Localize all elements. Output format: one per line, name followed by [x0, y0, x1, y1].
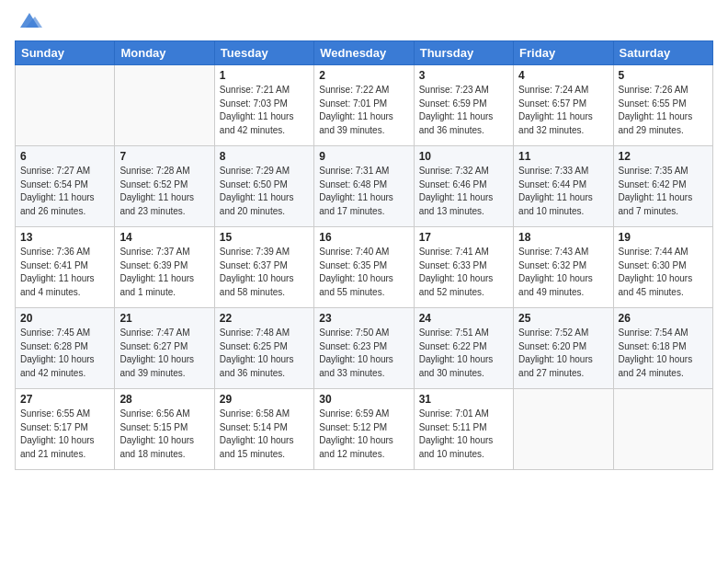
day-info: Sunrise: 6:58 AMSunset: 5:14 PMDaylight:… [220, 408, 309, 461]
day-header-thursday: Thursday [414, 41, 513, 65]
day-info: Sunrise: 7:26 AMSunset: 6:55 PMDaylight:… [619, 84, 708, 137]
day-number: 27 [20, 393, 109, 406]
day-cell: 14Sunrise: 7:37 AMSunset: 6:39 PMDayligh… [115, 227, 214, 308]
day-cell [115, 65, 214, 146]
day-cell: 27Sunrise: 6:55 AMSunset: 5:17 PMDayligh… [16, 389, 115, 470]
day-info: Sunrise: 7:45 AMSunset: 6:28 PMDaylight:… [20, 327, 109, 380]
day-header-wednesday: Wednesday [314, 41, 414, 65]
day-info: Sunrise: 7:43 AMSunset: 6:32 PMDaylight:… [518, 246, 608, 299]
day-info: Sunrise: 7:44 AMSunset: 6:30 PMDaylight:… [619, 246, 708, 299]
page: SundayMondayTuesdayWednesdayThursdayFrid… [0, 0, 728, 479]
week-row-2: 6Sunrise: 7:27 AMSunset: 6:54 PMDaylight… [16, 146, 713, 227]
day-cell: 6Sunrise: 7:27 AMSunset: 6:54 PMDaylight… [16, 146, 115, 227]
calendar: SundayMondayTuesdayWednesdayThursdayFrid… [15, 40, 713, 470]
day-number: 25 [518, 312, 608, 325]
day-info: Sunrise: 7:41 AMSunset: 6:33 PMDaylight:… [419, 246, 508, 299]
day-number: 22 [220, 312, 309, 325]
day-cell: 16Sunrise: 7:40 AMSunset: 6:35 PMDayligh… [314, 227, 414, 308]
day-header-friday: Friday [514, 41, 613, 65]
day-header-saturday: Saturday [613, 41, 712, 65]
day-info: Sunrise: 7:21 AMSunset: 7:03 PMDaylight:… [220, 84, 309, 137]
day-cell [613, 389, 712, 470]
day-info: Sunrise: 7:51 AMSunset: 6:22 PMDaylight:… [419, 327, 508, 380]
day-number: 30 [319, 393, 408, 406]
day-number: 13 [20, 231, 109, 244]
day-info: Sunrise: 7:48 AMSunset: 6:25 PMDaylight:… [220, 327, 309, 380]
day-cell: 2Sunrise: 7:22 AMSunset: 7:01 PMDaylight… [314, 65, 414, 146]
day-cell: 18Sunrise: 7:43 AMSunset: 6:32 PMDayligh… [514, 227, 613, 308]
day-info: Sunrise: 7:31 AMSunset: 6:48 PMDaylight:… [319, 165, 408, 218]
day-cell: 1Sunrise: 7:21 AMSunset: 7:03 PMDaylight… [214, 65, 313, 146]
day-cell [16, 65, 115, 146]
day-cell: 4Sunrise: 7:24 AMSunset: 6:57 PMDaylight… [514, 65, 613, 146]
day-info: Sunrise: 7:28 AMSunset: 6:52 PMDaylight:… [119, 165, 209, 218]
day-cell: 30Sunrise: 6:59 AMSunset: 5:12 PMDayligh… [314, 389, 414, 470]
day-info: Sunrise: 7:54 AMSunset: 6:18 PMDaylight:… [619, 327, 708, 380]
logo-icon [17, 11, 42, 31]
day-number: 16 [319, 231, 408, 244]
day-info: Sunrise: 7:50 AMSunset: 6:23 PMDaylight:… [319, 327, 408, 380]
day-number: 2 [319, 69, 408, 82]
day-number: 8 [220, 150, 309, 163]
day-info: Sunrise: 6:59 AMSunset: 5:12 PMDaylight:… [319, 408, 408, 461]
day-number: 20 [20, 312, 109, 325]
day-info: Sunrise: 7:47 AMSunset: 6:27 PMDaylight:… [119, 327, 209, 380]
day-cell: 22Sunrise: 7:48 AMSunset: 6:25 PMDayligh… [214, 308, 313, 389]
week-row-1: 1Sunrise: 7:21 AMSunset: 7:03 PMDaylight… [16, 65, 713, 146]
day-info: Sunrise: 6:56 AMSunset: 5:15 PMDaylight:… [119, 408, 209, 461]
day-header-sunday: Sunday [16, 41, 115, 65]
day-header-monday: Monday [115, 41, 214, 65]
day-number: 28 [119, 393, 209, 406]
day-number: 23 [319, 312, 408, 325]
day-cell: 28Sunrise: 6:56 AMSunset: 5:15 PMDayligh… [115, 389, 214, 470]
day-cell: 10Sunrise: 7:32 AMSunset: 6:46 PMDayligh… [414, 146, 513, 227]
week-row-4: 20Sunrise: 7:45 AMSunset: 6:28 PMDayligh… [16, 308, 713, 389]
day-number: 21 [119, 312, 209, 325]
day-cell: 25Sunrise: 7:52 AMSunset: 6:20 PMDayligh… [514, 308, 613, 389]
day-cell: 13Sunrise: 7:36 AMSunset: 6:41 PMDayligh… [16, 227, 115, 308]
day-cell: 7Sunrise: 7:28 AMSunset: 6:52 PMDaylight… [115, 146, 214, 227]
day-cell: 24Sunrise: 7:51 AMSunset: 6:22 PMDayligh… [414, 308, 513, 389]
day-info: Sunrise: 7:39 AMSunset: 6:37 PMDaylight:… [220, 246, 309, 299]
day-info: Sunrise: 7:40 AMSunset: 6:35 PMDaylight:… [319, 246, 408, 299]
day-number: 14 [119, 231, 209, 244]
day-header-tuesday: Tuesday [214, 41, 313, 65]
day-cell: 5Sunrise: 7:26 AMSunset: 6:55 PMDaylight… [613, 65, 712, 146]
day-cell: 19Sunrise: 7:44 AMSunset: 6:30 PMDayligh… [613, 227, 712, 308]
day-info: Sunrise: 7:01 AMSunset: 5:11 PMDaylight:… [419, 408, 508, 461]
day-number: 7 [119, 150, 209, 163]
day-info: Sunrise: 7:33 AMSunset: 6:44 PMDaylight:… [518, 165, 608, 218]
day-number: 17 [419, 231, 508, 244]
day-number: 15 [220, 231, 309, 244]
day-info: Sunrise: 7:22 AMSunset: 7:01 PMDaylight:… [319, 84, 408, 137]
day-cell [514, 389, 613, 470]
day-number: 26 [619, 312, 708, 325]
day-cell: 9Sunrise: 7:31 AMSunset: 6:48 PMDaylight… [314, 146, 414, 227]
day-number: 1 [220, 69, 309, 82]
day-cell: 15Sunrise: 7:39 AMSunset: 6:37 PMDayligh… [214, 227, 313, 308]
day-info: Sunrise: 7:52 AMSunset: 6:20 PMDaylight:… [518, 327, 608, 380]
day-cell: 3Sunrise: 7:23 AMSunset: 6:59 PMDaylight… [414, 65, 513, 146]
day-info: Sunrise: 7:35 AMSunset: 6:42 PMDaylight:… [619, 165, 708, 218]
week-row-3: 13Sunrise: 7:36 AMSunset: 6:41 PMDayligh… [16, 227, 713, 308]
day-cell: 8Sunrise: 7:29 AMSunset: 6:50 PMDaylight… [214, 146, 313, 227]
day-cell: 23Sunrise: 7:50 AMSunset: 6:23 PMDayligh… [314, 308, 414, 389]
day-number: 18 [518, 231, 608, 244]
day-info: Sunrise: 7:32 AMSunset: 6:46 PMDaylight:… [419, 165, 508, 218]
day-cell: 29Sunrise: 6:58 AMSunset: 5:14 PMDayligh… [214, 389, 313, 470]
day-info: Sunrise: 7:36 AMSunset: 6:41 PMDaylight:… [20, 246, 109, 299]
day-cell: 26Sunrise: 7:54 AMSunset: 6:18 PMDayligh… [613, 308, 712, 389]
day-number: 29 [220, 393, 309, 406]
day-cell: 31Sunrise: 7:01 AMSunset: 5:11 PMDayligh… [414, 389, 513, 470]
day-number: 4 [518, 69, 608, 82]
day-number: 19 [619, 231, 708, 244]
day-number: 9 [319, 150, 408, 163]
day-cell: 12Sunrise: 7:35 AMSunset: 6:42 PMDayligh… [613, 146, 712, 227]
day-info: Sunrise: 7:24 AMSunset: 6:57 PMDaylight:… [518, 84, 608, 137]
day-cell: 20Sunrise: 7:45 AMSunset: 6:28 PMDayligh… [16, 308, 115, 389]
week-row-5: 27Sunrise: 6:55 AMSunset: 5:17 PMDayligh… [16, 389, 713, 470]
day-info: Sunrise: 6:55 AMSunset: 5:17 PMDaylight:… [20, 408, 109, 461]
day-number: 31 [419, 393, 508, 406]
calendar-header-row: SundayMondayTuesdayWednesdayThursdayFrid… [16, 41, 713, 65]
day-number: 11 [518, 150, 608, 163]
